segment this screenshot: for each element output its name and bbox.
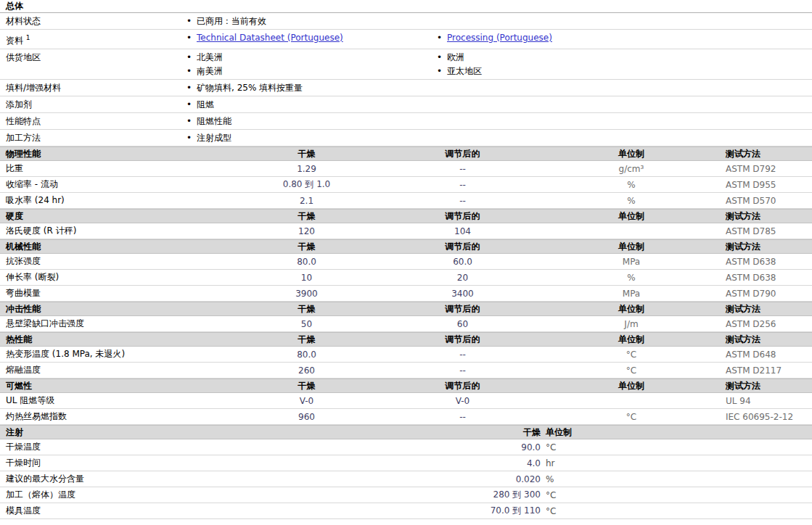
property-name: 伸长率 (断裂) <box>0 271 239 284</box>
unit-value: MPa <box>551 289 711 299</box>
test-method: ASTM D790 <box>711 289 812 299</box>
column-header-method: 测试方法 <box>711 241 812 253</box>
technical-datasheet-link[interactable]: Technical Datasheet (Portuguese) <box>197 31 343 45</box>
section-header-injection: 注射 干燥 单位制 <box>0 425 812 439</box>
unit-value: °C <box>551 350 711 360</box>
row-label: 材料状态 <box>0 15 181 28</box>
property-name: 模具温度 <box>0 505 239 517</box>
column-header-dry: 干燥 <box>239 241 374 253</box>
general-row-features: 性能特点 • 阻燃性能 <box>0 113 812 130</box>
injection-row: 干燥时间 4.0 hr <box>0 455 812 471</box>
conditioned-value: 104 <box>374 226 551 236</box>
column-header-method: 测试方法 <box>711 148 812 160</box>
injection-row: 建议的最大水分含量 0.020 % <box>0 471 812 487</box>
column-header-conditioned: 调节后的 <box>374 241 551 253</box>
bullet-item: • Technical Datasheet (Portuguese) <box>186 31 431 45</box>
bullet-item: • 欧洲 <box>437 51 812 65</box>
processing-document-link[interactable]: Processing (Portuguese) <box>447 31 552 45</box>
bullet-item: • 矿物填料, 25% 填料按重量 <box>186 81 431 95</box>
column-header-dry: 干燥 <box>239 303 374 315</box>
region: 南美洲 <box>197 65 223 78</box>
column-header-dry: 干燥 <box>239 210 374 223</box>
property-row: 收缩率 - 流动 0.80 到 1.0 -- % ASTM D955 <box>0 177 812 193</box>
bullet-item: • 南美洲 <box>186 65 431 78</box>
section-header-mechanical: 机械性能 干燥 调节后的 单位制 测试方法 <box>0 239 812 254</box>
conditioned-value: -- <box>374 350 551 360</box>
conditioned-value: V-0 <box>374 396 551 406</box>
row-label: 填料/增强材料 <box>0 81 181 95</box>
footnote-marker: 1 <box>26 34 30 41</box>
property-name: 悬壁梁缺口冲击强度 <box>0 318 239 330</box>
conditioned-value: -- <box>374 196 551 206</box>
dry-value: V-0 <box>239 396 374 406</box>
unit-value: J/m <box>551 319 711 329</box>
column-header-dry: 干燥 <box>239 148 374 160</box>
test-method: ASTM D785 <box>711 226 812 236</box>
region: 北美洲 <box>197 51 223 65</box>
column-header-conditioned: 调节后的 <box>374 303 551 315</box>
dry-value: 90.0 <box>239 442 541 452</box>
dry-value: 70.0 到 110 <box>239 505 541 517</box>
section-title: 硬度 <box>0 210 239 223</box>
column-header-method: 测试方法 <box>711 334 812 346</box>
injection-row: 加工（熔体）温度 280 到 300 °C <box>0 487 812 503</box>
dry-value: 260 <box>239 365 374 376</box>
unit-value: hr <box>546 458 555 468</box>
bullet-item: • 亚太地区 <box>437 65 812 78</box>
conditioned-value: -- <box>374 164 551 174</box>
column-header-conditioned: 调节后的 <box>374 380 551 392</box>
test-method: ASTM D638 <box>711 257 812 267</box>
test-method: IEC 60695-2-12 <box>711 412 812 422</box>
property-row: 洛氏硬度 (R 计秤) 120 104 ASTM D785 <box>0 223 812 239</box>
property-name: 弯曲模量 <box>0 287 239 299</box>
conditioned-value: 60.0 <box>374 257 551 267</box>
column-header-dry: 干燥 <box>239 426 541 439</box>
bullet-icon: • <box>186 65 197 78</box>
bullet-item: • 注射成型 <box>186 131 431 145</box>
column-header-conditioned: 调节后的 <box>374 210 551 223</box>
property-name: 洛氏硬度 (R 计秤) <box>0 225 239 237</box>
general-row-resources: 资料 1 • Technical Datasheet (Portuguese) … <box>0 30 812 49</box>
section-header-physical: 物理性能 干燥 调节后的 单位制 测试方法 <box>0 146 812 161</box>
region: 亚太地区 <box>447 65 482 78</box>
property-row: 比重 1.29 -- g/cm³ ASTM D792 <box>0 161 812 177</box>
test-method: UL 94 <box>711 396 812 406</box>
row-label: 加工方法 <box>0 131 181 145</box>
property-name: 热变形温度 (1.8 MPa, 未退火) <box>0 348 239 360</box>
dry-value: 80.0 <box>239 350 374 360</box>
dry-value: 50 <box>239 319 374 329</box>
unit-value: °C <box>551 365 711 376</box>
column-header-unit: 单位制 <box>551 241 711 253</box>
column-header-method: 测试方法 <box>711 380 812 392</box>
bullet-icon: • <box>186 51 197 65</box>
column-header-dry: 干燥 <box>239 334 374 346</box>
column-header-dry: 干燥 <box>239 380 374 392</box>
dry-value: 4.0 <box>239 458 541 468</box>
section-header-general: 总体 <box>0 0 812 13</box>
test-method: ASTM D570 <box>711 196 812 206</box>
section-header-thermal: 热性能 干燥 调节后的 单位制 测试方法 <box>0 332 812 347</box>
material-status-value: 已商用：当前有效 <box>197 15 266 28</box>
property-name: 干燥温度 <box>0 441 239 453</box>
general-row-material-status: 材料状态 • 已商用：当前有效 <box>0 13 812 30</box>
test-method: ASTM D648 <box>711 350 812 360</box>
property-row: 悬壁梁缺口冲击强度 50 60 J/m ASTM D256 <box>0 316 812 332</box>
filler-value: 矿物填料, 25% 填料按重量 <box>197 81 303 95</box>
bullet-icon: • <box>186 31 197 45</box>
dry-value: 0.80 到 1.0 <box>239 178 374 191</box>
section-title: 冲击性能 <box>0 303 239 315</box>
conditioned-value: -- <box>374 365 551 376</box>
dry-value: 3900 <box>239 289 374 299</box>
bullet-icon: • <box>437 51 447 65</box>
property-name: 加工（熔体）温度 <box>0 489 239 501</box>
unit-value: % <box>551 196 711 206</box>
unit-value: °C <box>546 506 556 516</box>
column-header-method: 测试方法 <box>711 210 812 223</box>
bullet-item: • 已商用：当前有效 <box>186 15 431 28</box>
additive-value: 阻燃 <box>197 98 214 112</box>
row-label: 资料 1 <box>0 31 181 48</box>
section-title: 可燃性 <box>0 380 239 392</box>
general-row-additive: 添加剂 • 阻燃 <box>0 96 812 113</box>
dry-value: 2.1 <box>239 196 374 206</box>
section-title: 机械性能 <box>0 241 239 253</box>
